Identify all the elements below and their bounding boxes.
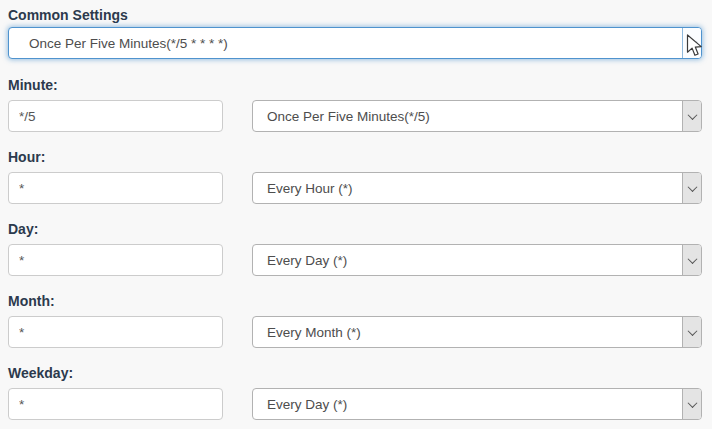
minute-label: Minute:	[8, 78, 702, 93]
weekday-group: Weekday: Every Day (*)	[8, 366, 702, 420]
month-input[interactable]	[8, 316, 223, 348]
weekday-preset-select-control[interactable]: Every Day (*)	[253, 389, 701, 419]
month-preset-select[interactable]: Every Month (*)	[252, 316, 702, 348]
common-settings-select[interactable]: Once Per Five Minutes(*/5 * * * *)	[8, 27, 702, 59]
weekday-preset-select[interactable]: Every Day (*)	[252, 388, 702, 420]
minute-input[interactable]	[8, 100, 223, 132]
hour-label: Hour:	[8, 150, 702, 165]
day-input[interactable]	[8, 244, 223, 276]
hour-row: Every Hour (*)	[8, 172, 702, 204]
month-preset-select-control[interactable]: Every Month (*)	[253, 317, 701, 347]
minute-row: Once Per Five Minutes(*/5)	[8, 100, 702, 132]
month-row: Every Month (*)	[8, 316, 702, 348]
day-label: Day:	[8, 222, 702, 237]
hour-preset-select[interactable]: Every Hour (*)	[252, 172, 702, 204]
day-preset-select[interactable]: Every Day (*)	[252, 244, 702, 276]
minute-preset-select-control[interactable]: Once Per Five Minutes(*/5)	[253, 101, 701, 131]
month-label: Month:	[8, 294, 702, 309]
hour-group: Hour: Every Hour (*)	[8, 150, 702, 204]
minute-preset-select[interactable]: Once Per Five Minutes(*/5)	[252, 100, 702, 132]
common-settings-label: Common Settings	[8, 8, 702, 23]
cron-settings-form: Common Settings Once Per Five Minutes(*/…	[0, 0, 712, 420]
hour-preset-select-control[interactable]: Every Hour (*)	[253, 173, 701, 203]
weekday-input[interactable]	[8, 388, 223, 420]
hour-input[interactable]	[8, 172, 223, 204]
month-group: Month: Every Month (*)	[8, 294, 702, 348]
common-settings-select-control[interactable]: Once Per Five Minutes(*/5 * * * *)	[9, 28, 701, 58]
day-row: Every Day (*)	[8, 244, 702, 276]
minute-group: Minute: Once Per Five Minutes(*/5)	[8, 78, 702, 132]
day-group: Day: Every Day (*)	[8, 222, 702, 276]
weekday-row: Every Day (*)	[8, 388, 702, 420]
weekday-label: Weekday:	[8, 366, 702, 381]
common-settings-group: Common Settings Once Per Five Minutes(*/…	[8, 8, 702, 59]
day-preset-select-control[interactable]: Every Day (*)	[253, 245, 701, 275]
